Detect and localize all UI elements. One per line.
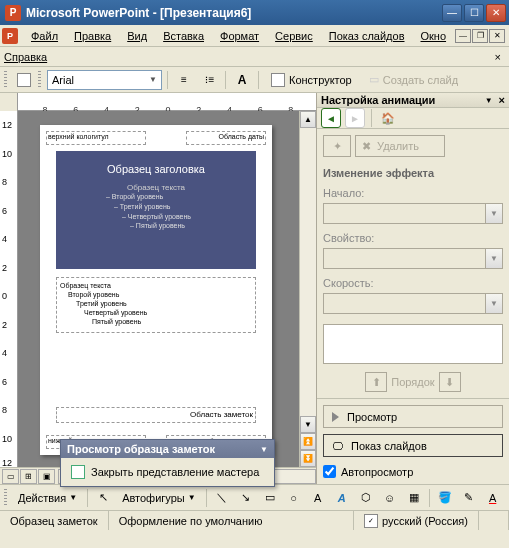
new-doc-button[interactable]: [13, 69, 35, 91]
chevron-down-icon: ▼: [485, 294, 502, 313]
chevron-down-icon[interactable]: ▼: [260, 445, 268, 454]
menu-file[interactable]: Файл: [24, 28, 65, 44]
header-placeholder[interactable]: верхний кологитул: [46, 131, 146, 145]
menu-tools[interactable]: Сервис: [268, 28, 320, 44]
date-placeholder[interactable]: Область даты: [186, 131, 266, 145]
line-color-button[interactable]: ✎: [458, 487, 480, 509]
new-slide-icon: ▭: [369, 73, 379, 86]
font-selector[interactable]: Arial ▼: [47, 70, 162, 90]
status-master: Образец заметок: [0, 511, 109, 530]
menu-view[interactable]: Вид: [120, 28, 154, 44]
menu-format[interactable]: Формат: [213, 28, 266, 44]
actions-menu[interactable]: Действия▼: [12, 487, 83, 509]
select-arrow-button[interactable]: ↖: [92, 487, 114, 509]
oval-button[interactable]: ○: [283, 487, 305, 509]
play-icon: [332, 412, 339, 422]
nav-home-button[interactable]: 🏠: [378, 108, 398, 128]
status-lang[interactable]: ✓ русский (Россия): [354, 511, 479, 530]
sorter-view-button[interactable]: ⊞: [20, 469, 37, 484]
pointer-icon: ↖: [99, 491, 108, 504]
preview-button[interactable]: Просмотр: [323, 405, 503, 428]
notes-master-page[interactable]: верхний кологитул Область даты Образец з…: [40, 125, 272, 455]
font-color-button[interactable]: A: [482, 487, 504, 509]
diagram-button[interactable]: ⬡: [355, 487, 377, 509]
screen-icon: 🖵: [332, 440, 343, 452]
app-icon: P: [5, 5, 21, 21]
nav-forward-button[interactable]: ►: [345, 108, 365, 128]
toolbar-handle-2[interactable]: [38, 71, 41, 89]
fill-color-button[interactable]: 🪣: [434, 487, 456, 509]
doc-restore-button[interactable]: ❐: [472, 29, 488, 43]
next-slide-button[interactable]: ⏬: [300, 450, 316, 467]
wordart-button[interactable]: A: [331, 487, 353, 509]
rectangle-icon: ▭: [265, 491, 275, 504]
line-button[interactable]: ＼: [211, 487, 233, 509]
maximize-button[interactable]: ☐: [464, 4, 484, 22]
vertical-scrollbar[interactable]: ▲ ▼ ⏫ ⏬: [299, 111, 316, 467]
picture-button[interactable]: ▦: [403, 487, 425, 509]
menu-help[interactable]: Справка: [4, 51, 47, 63]
prev-slide-button[interactable]: ⏫: [300, 433, 316, 450]
doc-minimize-button[interactable]: —: [455, 29, 471, 43]
autopreview-input[interactable]: [323, 465, 336, 478]
status-extra: [479, 511, 509, 530]
menu-window[interactable]: Окно: [414, 28, 454, 44]
wordart-icon: A: [338, 492, 346, 504]
bucket-icon: 🪣: [438, 491, 452, 504]
add-effect-button[interactable]: ✦: [323, 135, 351, 157]
close-button[interactable]: ✕: [486, 4, 506, 22]
menu-slideshow[interactable]: Показ слайдов: [322, 28, 412, 44]
delete-effect-button[interactable]: ✖ Удалить: [355, 135, 445, 157]
autopreview-checkbox[interactable]: Автопросмотр: [323, 465, 503, 478]
oval-icon: ○: [290, 492, 297, 504]
arrow-button[interactable]: ↘: [235, 487, 257, 509]
normal-view-button[interactable]: ▭: [2, 469, 19, 484]
task-pane-menu-button[interactable]: ▼: [485, 96, 493, 105]
notes-placeholder[interactable]: Область заметок: [56, 407, 256, 423]
menu-edit[interactable]: Правка: [67, 28, 118, 44]
status-design: Оформление по умолчанию: [109, 511, 354, 530]
scroll-down-button[interactable]: ▼: [300, 416, 316, 433]
clipart-button[interactable]: ☺: [379, 487, 401, 509]
close-master-button[interactable]: Закрыть представление мастера: [64, 461, 271, 483]
help-row-close[interactable]: ×: [491, 51, 505, 63]
autoshapes-menu[interactable]: Автофигуры▼: [116, 487, 202, 509]
master-view-toolbar[interactable]: Просмотр образца заметок ▼ Закрыть предс…: [60, 439, 275, 487]
doc-icon[interactable]: P: [2, 28, 18, 44]
delete-icon: ✖: [362, 140, 371, 153]
order-down-button[interactable]: ⬇: [439, 372, 461, 392]
start-combo[interactable]: ▼: [323, 203, 503, 224]
increase-font-button[interactable]: A: [231, 69, 253, 91]
bullet-list-button[interactable]: ⫶≡: [198, 69, 220, 91]
slide-title: Образец заголовка: [56, 163, 256, 175]
workspace: 8 6 4 2 0 2 4 6 8 12 10 8 6 4 2 0 2 4: [0, 93, 509, 484]
menu-insert[interactable]: Вставка: [156, 28, 211, 44]
status-bar: Образец заметок Оформление по умолчанию …: [0, 510, 509, 530]
line-icon: ＼: [216, 490, 227, 505]
slideshow-view-button[interactable]: ▣: [38, 469, 55, 484]
slideshow-button[interactable]: 🖵 Показ слайдов: [323, 434, 503, 457]
slide-thumbnail[interactable]: Образец заголовка Образец текста Второй …: [56, 151, 256, 269]
textbox-button[interactable]: A: [307, 487, 329, 509]
body-placeholder[interactable]: Образец текста Второй уровень Третий уро…: [56, 277, 256, 333]
toolbar-handle[interactable]: [4, 71, 7, 89]
animation-list[interactable]: [323, 324, 503, 364]
order-up-button[interactable]: ⬆: [365, 372, 387, 392]
minimize-button[interactable]: —: [442, 4, 462, 22]
speed-combo[interactable]: ▼: [323, 293, 503, 314]
doc-close-button[interactable]: ✕: [489, 29, 505, 43]
new-slide-button[interactable]: ▭ Создать слайд: [362, 69, 465, 91]
slide-canvas[interactable]: верхний кологитул Область даты Образец з…: [18, 111, 299, 467]
master-toolbar-title[interactable]: Просмотр образца заметок ▼: [61, 440, 274, 458]
nav-back-button[interactable]: ◄: [321, 108, 341, 128]
title-bar: P Microsoft PowerPoint - [Презентация6] …: [0, 0, 509, 25]
task-pane-close-button[interactable]: ×: [499, 94, 505, 106]
chevron-down-icon: ▼: [485, 249, 502, 268]
toolbar-handle[interactable]: [4, 489, 7, 507]
spellcheck-icon: ✓: [364, 514, 378, 528]
property-combo[interactable]: ▼: [323, 248, 503, 269]
designer-button[interactable]: Конструктор: [264, 69, 359, 91]
rectangle-button[interactable]: ▭: [259, 487, 281, 509]
scroll-up-button[interactable]: ▲: [300, 111, 316, 128]
numbered-list-button[interactable]: ≡: [173, 69, 195, 91]
